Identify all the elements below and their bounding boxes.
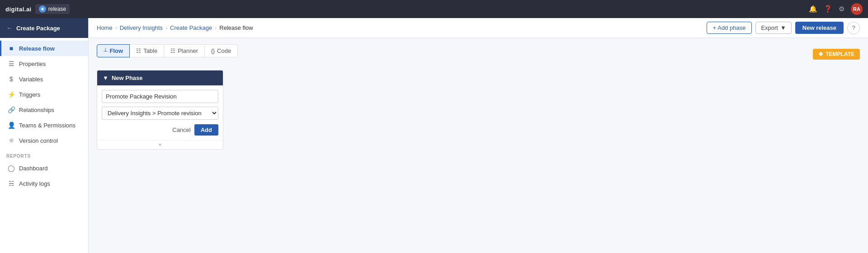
- flow-icon: ■: [8, 45, 15, 52]
- sidebar-header[interactable]: ← Create Package: [0, 18, 88, 38]
- tab-code-label: Code: [217, 47, 231, 54]
- sidebar-item-relationships[interactable]: 🔗 Relationships: [0, 102, 88, 117]
- sidebar-item-release-flow[interactable]: ■ Release flow: [0, 41, 88, 56]
- new-release-button[interactable]: New release: [795, 22, 844, 34]
- toolbar-right: + Add phase Export ▼ New release ?: [707, 22, 860, 34]
- svg-point-1: [42, 8, 43, 10]
- breadcrumb-bar: Home › Delivery Insights › Create Packag…: [89, 18, 868, 38]
- avatar[interactable]: RA: [851, 3, 863, 15]
- add-phase-button[interactable]: + Add phase: [707, 22, 752, 34]
- phase-body: Delivery Insights > Promote revision Del…: [97, 85, 223, 140]
- tab-code[interactable]: {} Code: [204, 44, 238, 57]
- content-area: ┴ Flow ☷ Table ☷ Planner {} Code: [89, 38, 868, 253]
- task-name-input[interactable]: [102, 90, 218, 103]
- sidebar-item-label: Version control: [19, 137, 58, 144]
- product-label: release: [48, 6, 66, 12]
- tab-flow[interactable]: ┴ Flow: [97, 44, 130, 57]
- tab-planner[interactable]: ☷ Planner: [164, 44, 205, 57]
- phase-card: ▼ New Phase Delivery Insights > Promote …: [97, 70, 223, 150]
- code-tab-icon: {}: [211, 48, 215, 54]
- properties-icon: ☰: [8, 60, 15, 67]
- breadcrumb-sep-3: ›: [215, 25, 217, 31]
- add-button[interactable]: Add: [194, 124, 218, 136]
- logs-icon: ☵: [8, 180, 15, 187]
- template-icon: ❖: [818, 51, 823, 57]
- task-type-select[interactable]: Delivery Insights > Promote revision Del…: [102, 107, 218, 120]
- sidebar-item-triggers[interactable]: ⚡ Triggers: [0, 87, 88, 102]
- sidebar-item-label: Triggers: [19, 91, 40, 98]
- scroll-down-icon: ▼: [158, 142, 162, 147]
- topbar-left: digital.ai release: [5, 4, 70, 14]
- sidebar-nav: ■ Release flow ☰ Properties $ Variables …: [0, 38, 88, 253]
- tab-table-label: Table: [143, 47, 157, 54]
- sidebar-header-label: Create Package: [16, 25, 60, 32]
- sidebar-item-label: Activity logs: [19, 180, 50, 187]
- template-label: TEMPLATE: [826, 51, 854, 57]
- scroll-indicator: ▼: [97, 140, 223, 149]
- release-badge-icon: [39, 5, 46, 13]
- export-chevron-icon: ▼: [780, 24, 786, 31]
- variables-icon: $: [8, 75, 15, 83]
- topbar: digital.ai release 🔔 ❓ ⚙ RA: [0, 0, 868, 18]
- phase-header: ▼ New Phase: [97, 70, 223, 85]
- bell-icon[interactable]: 🔔: [809, 5, 817, 13]
- topbar-right: 🔔 ❓ ⚙ RA: [809, 3, 863, 15]
- sidebar-item-label: Variables: [19, 76, 43, 83]
- reports-section-label: REPORTS: [0, 148, 88, 160]
- sidebar: ← Create Package ■ Release flow ☰ Proper…: [0, 18, 89, 253]
- sidebar-item-teams-permissions[interactable]: 👤 Teams & Permissions: [0, 117, 88, 133]
- tab-bar-wrapper: ┴ Flow ☷ Table ☷ Planner {} Code: [97, 44, 860, 64]
- planner-tab-icon: ☷: [170, 48, 175, 54]
- sidebar-item-label: Dashboard: [19, 165, 48, 172]
- export-label: Export: [761, 24, 778, 31]
- tab-bar: ┴ Flow ☷ Table ☷ Planner {} Code: [97, 44, 238, 57]
- brand-name: digital.ai: [5, 6, 32, 13]
- phase-collapse-icon[interactable]: ▼: [103, 75, 108, 81]
- relationships-icon: 🔗: [8, 106, 15, 113]
- help-icon[interactable]: ❓: [824, 5, 832, 13]
- sidebar-item-properties[interactable]: ☰ Properties: [0, 56, 88, 71]
- breadcrumb-create-package[interactable]: Create Package: [170, 24, 212, 31]
- task-actions: Cancel Add: [102, 124, 218, 136]
- breadcrumb-sep-1: ›: [115, 25, 117, 31]
- version-icon: ⚛: [8, 137, 15, 144]
- breadcrumb-sep-2: ›: [165, 25, 167, 31]
- back-icon: ←: [6, 24, 13, 32]
- tab-table[interactable]: ☷ Table: [129, 44, 164, 57]
- triggers-icon: ⚡: [8, 91, 15, 98]
- sidebar-item-version-control[interactable]: ⚛ Version control: [0, 133, 88, 148]
- settings-icon[interactable]: ⚙: [839, 5, 844, 13]
- table-tab-icon: ☷: [136, 48, 141, 54]
- sidebar-item-variables[interactable]: $ Variables: [0, 71, 88, 87]
- export-button[interactable]: Export ▼: [755, 22, 791, 34]
- template-button[interactable]: ❖ TEMPLATE: [813, 49, 860, 60]
- sidebar-item-label: Relationships: [19, 107, 54, 113]
- sidebar-item-activity-logs[interactable]: ☵ Activity logs: [0, 176, 88, 191]
- sidebar-item-dashboard[interactable]: ◯ Dashboard: [0, 160, 88, 176]
- product-badge: release: [35, 4, 70, 14]
- flow-tab-icon: ┴: [104, 48, 108, 54]
- tab-planner-label: Planner: [178, 47, 198, 54]
- dashboard-icon: ◯: [8, 164, 15, 172]
- sidebar-item-label: Teams & Permissions: [19, 122, 75, 129]
- sidebar-item-label: Properties: [19, 61, 46, 67]
- sidebar-item-label: Release flow: [19, 45, 55, 52]
- breadcrumb-home[interactable]: Home: [97, 24, 113, 31]
- teams-icon: 👤: [8, 122, 15, 129]
- main-content: Home › Delivery Insights › Create Packag…: [89, 18, 868, 253]
- help-circle-button[interactable]: ?: [847, 22, 860, 34]
- tab-flow-label: Flow: [110, 47, 123, 54]
- breadcrumb-current: Release flow: [219, 24, 253, 31]
- breadcrumb: Home › Delivery Insights › Create Packag…: [97, 24, 253, 31]
- phase-title: New Phase: [112, 75, 143, 81]
- breadcrumb-delivery-insights[interactable]: Delivery Insights: [120, 24, 163, 31]
- layout: ← Create Package ■ Release flow ☰ Proper…: [0, 18, 868, 253]
- cancel-button[interactable]: Cancel: [172, 126, 190, 133]
